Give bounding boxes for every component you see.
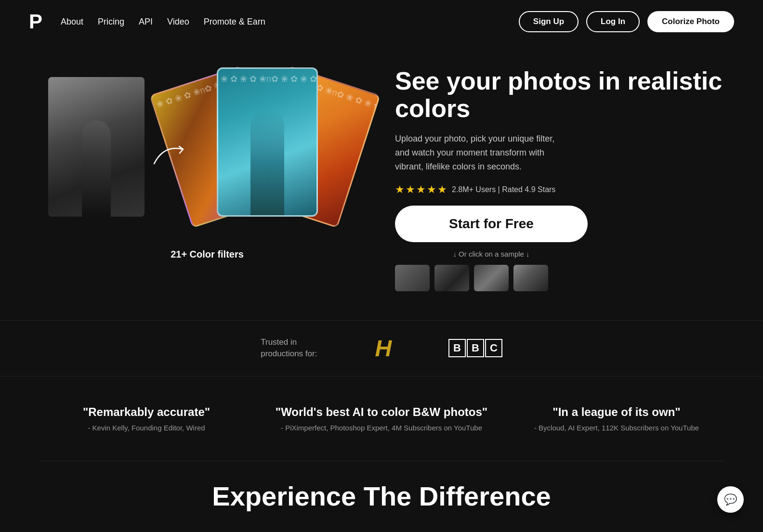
bbc-b1: B xyxy=(448,339,466,357)
rating-text: 2.8M+ Users | Rated 4.9 Stars xyxy=(452,185,555,194)
sample-text: ↓ Or click on a sample ↓ xyxy=(395,250,588,258)
hero-text: See your photos in realistic colors Uplo… xyxy=(376,63,724,291)
header-left: P About Pricing API Video Promote & Earn xyxy=(29,10,265,33)
quote-3-author: - Bycloud, AI Expert, 112K Subscribers o… xyxy=(509,424,724,432)
quote-2-text: "World's best AI to color B&W photos" xyxy=(274,405,489,419)
sample-thumb-3[interactable] xyxy=(474,265,509,291)
quote-3: "In a league of its own" - Bycloud, AI E… xyxy=(509,405,724,432)
quote-2: "World's best AI to color B&W photos" - … xyxy=(274,405,489,432)
nav-about[interactable]: About xyxy=(61,17,83,27)
quote-3-text: "In a league of its own" xyxy=(509,405,724,419)
history-channel-logo: H xyxy=(375,335,391,362)
chat-button[interactable]: 💬 xyxy=(717,486,744,513)
color-cards xyxy=(169,63,361,231)
signup-button[interactable]: Sign Up xyxy=(519,11,579,32)
nav-promote[interactable]: Promote & Earn xyxy=(204,17,265,27)
nav-api[interactable]: API xyxy=(139,17,153,27)
site-header: P About Pricing API Video Promote & Earn… xyxy=(0,0,763,43)
bbc-b2: B xyxy=(467,339,484,357)
stars-icon: ★★★★★ xyxy=(395,183,448,196)
bottom-title: Experience The Difference xyxy=(39,480,724,512)
arrow-icon xyxy=(149,140,193,169)
header-right: Sign Up Log In Colorize Photo xyxy=(519,11,734,32)
quote-1: "Remarkably accurate" - Kevin Kelly, Fou… xyxy=(39,405,254,432)
hero-title: See your photos in realistic colors xyxy=(395,67,724,122)
hero-images: 21+ Color filters xyxy=(39,63,376,241)
main-nav: About Pricing API Video Promote & Earn xyxy=(61,17,265,27)
trusted-label: Trusted inproductions for: xyxy=(261,337,317,360)
bw-photo-inner xyxy=(48,77,145,217)
nav-video[interactable]: Video xyxy=(167,17,189,27)
ratings-row: ★★★★★ 2.8M+ Users | Rated 4.9 Stars xyxy=(395,183,724,196)
colorize-button[interactable]: Colorize Photo xyxy=(647,11,734,32)
quote-2-author: - PiXimperfect, Photoshop Expert, 4M Sub… xyxy=(274,424,489,432)
start-free-button[interactable]: Start for Free xyxy=(395,206,588,242)
login-button[interactable]: Log In xyxy=(586,11,640,32)
bw-photo xyxy=(48,77,145,217)
sample-thumb-4[interactable] xyxy=(513,265,548,291)
nav-pricing[interactable]: Pricing xyxy=(98,17,124,27)
quote-1-text: "Remarkably accurate" xyxy=(39,405,254,419)
sample-thumb-1[interactable] xyxy=(395,265,430,291)
bbc-logo: B B C xyxy=(448,339,502,357)
bottom-cta: Experience The Difference xyxy=(0,461,763,521)
color-card-center xyxy=(217,67,318,217)
bbc-c: C xyxy=(485,339,502,357)
hero-subtitle: Upload your photo, pick your unique filt… xyxy=(395,132,568,173)
sample-thumbs xyxy=(395,265,724,291)
hero-section: 21+ Color filters See your photos in rea… xyxy=(0,43,763,320)
sample-thumb-2[interactable] xyxy=(434,265,469,291)
logo[interactable]: P xyxy=(29,10,41,33)
filter-label: 21+ Color filters xyxy=(171,249,244,260)
quote-1-author: - Kevin Kelly, Founding Editor, Wired xyxy=(39,424,254,432)
trusted-bar: Trusted inproductions for: H B B C xyxy=(0,320,763,376)
quotes-section: "Remarkably accurate" - Kevin Kelly, Fou… xyxy=(0,376,763,461)
